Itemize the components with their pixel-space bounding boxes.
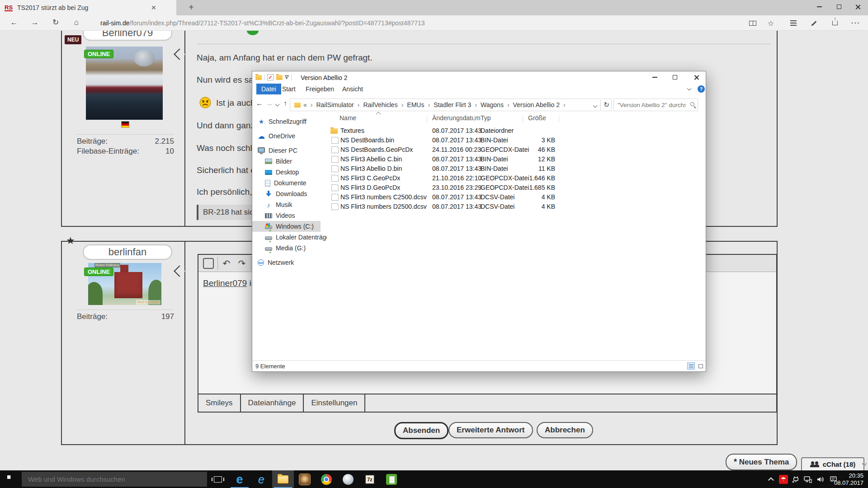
favorite-star-icon[interactable]: ★: [66, 235, 75, 247]
sidebar-item[interactable]: Dieser PC: [252, 145, 321, 156]
ribbon-tab-freigeben[interactable]: Freigeben: [301, 84, 339, 94]
tab-close-icon[interactable]: ✕: [151, 4, 156, 11]
advanced-reply-button[interactable]: Erweiterte Antwort: [448, 422, 533, 438]
breadcrumb-item[interactable]: Wagons: [481, 101, 513, 108]
explorer-close-button[interactable]: [689, 71, 704, 83]
taskbar-notepad[interactable]: [381, 470, 402, 488]
customize-toolbar-icon[interactable]: [285, 75, 289, 79]
breadcrumb-item[interactable]: RailSimulator: [316, 101, 363, 108]
nav-up-icon[interactable]: ↑: [280, 97, 290, 110]
sidebar-item[interactable]: Windows (C:): [252, 221, 321, 232]
taskbar-chrome[interactable]: [316, 470, 337, 488]
share-icon[interactable]: [826, 15, 844, 31]
nav-forward-icon[interactable]: →: [264, 97, 274, 110]
refresh-icon[interactable]: ↻: [602, 99, 612, 111]
sidebar-item[interactable]: Bilder: [252, 156, 321, 167]
home-icon[interactable]: ⌂: [69, 15, 84, 31]
tray-power[interactable]: [790, 470, 802, 488]
file-row[interactable]: NS DestBoards.bin 08.07.2017 13:43 BIN-D…: [327, 136, 706, 145]
redo-button[interactable]: ↷: [236, 258, 247, 269]
browser-maximize-button[interactable]: [829, 0, 849, 14]
nav-recent-icon[interactable]: [275, 102, 280, 107]
file-row[interactable]: NS Flirt3 Abellio D.bin 08.07.2017 13:43…: [327, 164, 706, 174]
explorer-titlebar[interactable]: ✓ Version Abellio 2: [252, 71, 706, 84]
file-explorer-window[interactable]: ✓ Version Abellio 2 Datei Start Freigebe…: [252, 71, 706, 372]
forward-icon[interactable]: →: [27, 15, 42, 31]
tray-expand-button[interactable]: [766, 470, 777, 488]
sidebar-item[interactable]: Desktop: [252, 167, 321, 178]
file-row[interactable]: NS Flirt3 numbers C2500.dcsv 08.07.2017 …: [327, 192, 706, 202]
refresh-icon[interactable]: ↻: [48, 15, 63, 31]
taskbar-google-earth[interactable]: [337, 470, 359, 488]
explorer-minimize-button[interactable]: [647, 71, 662, 83]
breadcrumb-item[interactable]: EMUs: [407, 101, 434, 108]
file-row[interactable]: NS Flirt3 numbers D2500.dcsv 08.07.2017 …: [327, 202, 706, 211]
help-icon[interactable]: ?: [698, 85, 705, 93]
cancel-button[interactable]: Abbrechen: [537, 422, 593, 438]
taskbar-search-input[interactable]: [22, 472, 207, 487]
breadcrumb-bar[interactable]: « RailSimulatorRailVehiclesEMUsStadler F…: [290, 99, 601, 111]
file-row[interactable]: NS Flirt3 Abellio C.bin 08.07.2017 13:43…: [327, 155, 706, 164]
quick-access-new-folder-icon[interactable]: [276, 75, 283, 80]
nav-back-icon[interactable]: ←: [255, 97, 264, 110]
editor-source-button[interactable]: [203, 258, 214, 269]
taskbar-clock[interactable]: 20:35 08.07.2017: [834, 472, 863, 487]
start-button[interactable]: [0, 470, 22, 488]
sidebar-item[interactable]: Videos: [252, 210, 321, 221]
ribbon-tab-start[interactable]: Start: [277, 84, 301, 94]
submit-button[interactable]: Absenden: [394, 422, 448, 439]
sidebar-item[interactable]: Musik: [252, 199, 321, 210]
file-row[interactable]: NS Flirt3 C.GeoPcDx 21.10.2016 22:10 GEO…: [327, 174, 706, 183]
editor-tab[interactable]: Einstellungen: [304, 394, 365, 412]
column-header-name[interactable]: Name: [340, 114, 356, 124]
icons-view-toggle[interactable]: [697, 362, 704, 370]
column-header-date[interactable]: Änderungsdatum: [432, 114, 481, 124]
details-view-toggle[interactable]: [687, 362, 695, 370]
taskbar-railworks[interactable]: [294, 470, 316, 488]
taskbar-7zip[interactable]: 7z: [359, 470, 381, 488]
taskbar-internet-explorer[interactable]: e: [250, 470, 272, 488]
column-header-size[interactable]: Größe: [528, 114, 546, 124]
browser-minimize-button[interactable]: [809, 0, 829, 14]
file-row[interactable]: NS DestBoards.GeoPcDx 24.11.2016 00:23 G…: [327, 145, 706, 155]
file-row[interactable]: NS Flirt3 D.GeoPcDx 23.10.2016 23:29 GEO…: [327, 183, 706, 192]
browser-tab[interactable]: RS TS2017 stürzt ab bei Zug ✕: [0, 0, 176, 15]
chat-bar[interactable]: cChat (18): [801, 457, 864, 470]
editor-tab[interactable]: Dateianhänge: [241, 394, 304, 412]
reading-view-icon[interactable]: [744, 15, 761, 31]
new-topic-button[interactable]: * Neues Thema: [726, 454, 797, 470]
sidebar-item[interactable]: Lokaler Datenträger: [252, 232, 321, 243]
sidebar-item[interactable]: Schnellzugriff: [252, 116, 321, 127]
search-input[interactable]: [614, 99, 698, 111]
explorer-search-box[interactable]: [613, 99, 698, 111]
taskbar-edge[interactable]: e: [229, 470, 250, 488]
address-bar[interactable]: rail-sim.de/forum/index.php/Thread/27112…: [100, 15, 425, 31]
tray-volume[interactable]: [814, 470, 827, 488]
back-icon[interactable]: ←: [6, 15, 22, 31]
more-menu-icon[interactable]: ···: [847, 15, 864, 31]
file-row[interactable]: Textures 08.07.2017 13:43 Dateiordner: [327, 126, 706, 136]
sidebar-item[interactable]: Dokumente: [252, 178, 321, 188]
editor-text[interactable]: Berliner079 ic: [203, 278, 255, 288]
hub-icon[interactable]: [785, 15, 802, 31]
quick-access-properties-icon[interactable]: ✓: [267, 74, 274, 80]
editor-tab[interactable]: Smileys: [198, 394, 241, 412]
web-note-icon[interactable]: [806, 15, 823, 31]
undo-button[interactable]: ↶: [221, 258, 232, 269]
new-tab-button[interactable]: +: [183, 0, 199, 15]
breadcrumb-item[interactable]: Stadler Flirt 3: [434, 101, 481, 108]
favorites-star-icon[interactable]: ☆: [762, 15, 779, 31]
sidebar-item[interactable]: Media (G:): [252, 243, 321, 253]
post-2-author[interactable]: berlinfan: [83, 244, 172, 260]
breadcrumb-item[interactable]: RailVehicles: [363, 101, 407, 108]
ribbon-tab-ansicht[interactable]: Ansicht: [337, 84, 368, 94]
taskbar-search[interactable]: [22, 472, 207, 487]
sidebar-item[interactable]: OneDrive: [252, 131, 321, 141]
taskbar-file-explorer[interactable]: [272, 470, 294, 488]
tray-avira[interactable]: ☂: [777, 470, 790, 488]
ribbon-expand-icon[interactable]: [687, 86, 692, 91]
sidebar-item[interactable]: Netzwerk: [252, 257, 321, 268]
column-header-type[interactable]: Typ: [481, 114, 491, 124]
sidebar-item[interactable]: Downloads: [252, 188, 321, 199]
browser-close-button[interactable]: [848, 0, 868, 14]
